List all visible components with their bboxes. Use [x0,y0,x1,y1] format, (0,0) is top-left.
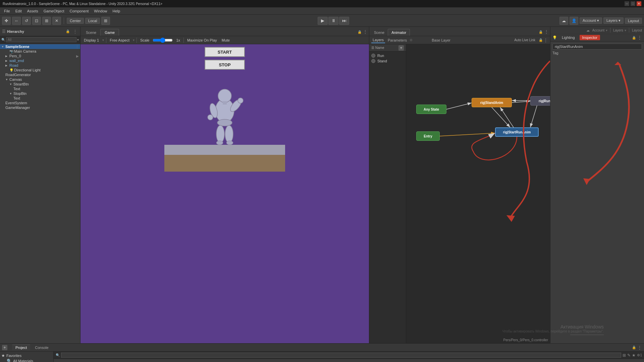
menu-gameobject[interactable]: GameObject [41,8,67,14]
tree-item-pers0[interactable]: ▶ Pers_0 ▶ [0,54,80,58]
maximize-button[interactable]: □ [631,1,635,6]
tree-item-text2[interactable]: Text [0,96,80,101]
layout-dropdown[interactable]: Layout [625,18,642,24]
game-scale-slider[interactable] [153,38,173,43]
game-maximize-btn[interactable]: Maximize On Play [186,38,218,42]
toolbar-local-btn[interactable]: Local [85,18,100,24]
parameters-tab[interactable]: Parameters [386,38,408,43]
console-tab[interactable]: Console [32,345,52,350]
tree-options-pers0[interactable]: ▶ [76,54,80,58]
game-mute-btn[interactable]: Mute [220,38,231,42]
toolbar-move-tool[interactable]: ↔ [12,17,21,25]
game-lock-icon[interactable]: 🔒 [358,30,362,34]
tree-item-roadgen[interactable]: RoadGenerator [0,72,80,77]
inspector-options[interactable]: ⋮ [637,35,642,40]
play-button[interactable]: ▶ [318,17,328,25]
toolbar-hand-tool[interactable]: ✤ [2,17,11,25]
toolbar-transform-tool[interactable]: ✕ [52,17,61,25]
rt-account-label[interactable]: Account [592,28,604,32]
tree-item-dirlight[interactable]: 💡 Directional Light [0,68,80,72]
inspector-lock[interactable]: 🔒 [632,36,636,40]
cloud-btn[interactable]: ☁ [559,17,568,25]
game-options-icon[interactable]: ⋮ [363,29,368,35]
tree-item-road[interactable]: ▶ Road [0,63,80,68]
project-search-input[interactable] [61,353,621,358]
animator-graph[interactable]: Any State Entry rig|StandAnim rig|RunAni… [406,44,550,343]
animator-tab[interactable]: Animator [388,29,410,36]
close-button[interactable]: ✕ [637,1,641,6]
window-controls[interactable]: ─ □ ✕ [625,1,641,6]
stand-anim-node[interactable]: rig|StandAnim [472,98,512,107]
toolbar-scale-tool[interactable]: ⊡ [32,17,41,25]
bottom-add-btn[interactable]: + [2,345,7,350]
tree-item-canvas[interactable]: ▼ Canvas [0,77,80,82]
tree-item-maincamera[interactable]: 📷 Main Camera [0,49,80,54]
layers-tab[interactable]: Layers [371,37,385,43]
game-aspect-selector[interactable]: Free Aspect [108,38,131,42]
search-filter-icon[interactable]: ⊞ [623,353,626,358]
hierarchy-lock-btn[interactable]: 🔒 [65,28,71,35]
account-dropdown[interactable]: Account ▾ [580,17,602,24]
minimize-button[interactable]: ─ [625,1,629,6]
rt-account-arrow[interactable]: ▾ [606,28,607,32]
game-display-selector[interactable]: Display 1 [83,38,100,42]
rt-layers-label[interactable]: Layers [613,28,623,32]
run-anim-node[interactable]: rig|RunAnim [530,96,550,106]
bottom-lock[interactable]: 🔒 [632,346,636,349]
account-btn[interactable]: 👤 [570,17,578,25]
menu-window[interactable]: Window [91,8,110,14]
hierarchy-options-btn[interactable]: ⋮ [72,28,78,35]
rt-layout-label[interactable]: Layout [632,28,642,32]
menu-assets[interactable]: Assets [24,8,41,14]
rt-layers-arrow[interactable]: ▾ [625,28,626,32]
tree-item-stopbtn[interactable]: ▼ StopBtn [0,91,80,96]
entry-node[interactable]: Entry [416,131,440,141]
run-toggle[interactable] [371,54,375,58]
lighting-tab[interactable]: Lighting [559,35,578,40]
pause-button[interactable]: ⏸ [328,17,338,25]
stand-layer-row[interactable]: Stand [371,58,404,64]
animator-options2[interactable]: ⋮ [543,38,548,43]
stand-toggle[interactable] [371,59,375,63]
menu-file[interactable]: File [1,8,13,14]
tree-item-eventsystem[interactable]: EventSystem [0,101,80,105]
hierarchy-search-input[interactable] [6,37,76,42]
game-start-button[interactable]: START [205,47,245,57]
toolbar-rotate-tool[interactable]: ↺ [22,17,31,25]
step-button[interactable]: ⏭ [339,17,349,25]
toolbar-rect-tool[interactable]: ⊞ [42,17,51,25]
menu-component[interactable]: Component [67,8,91,14]
animator-lock2[interactable]: 🔒 [539,38,543,42]
rt-cloud-icon[interactable]: ☁ [586,28,590,32]
menu-edit[interactable]: Edit [13,8,24,14]
run-layer-row[interactable]: Run [371,53,404,58]
favorites-header[interactable]: ★ Favorites [1,353,52,358]
tree-item-startbtn[interactable]: ▼ SteartBtn [0,82,80,86]
search-star-icon[interactable]: ★ [632,353,636,358]
animator-lock-icon[interactable]: 🔒 [539,30,543,34]
search-sort-icon[interactable]: ✎ [627,353,631,358]
scene-view-tab[interactable]: Scene [371,29,388,36]
tree-item-wallend[interactable]: ▶ wall_end [0,58,80,63]
animator-options-icon[interactable]: ⋮ [544,29,549,35]
project-tab[interactable]: Project [12,345,30,350]
animator-settings-icon[interactable]: ⚙ [410,38,413,42]
bottom-options[interactable]: ⋮ [637,345,642,350]
start-run-anim-node[interactable]: rig|StartRunAnim [495,127,539,137]
hierarchy-menu-icon[interactable]: ☰ [2,29,6,34]
toolbar-pivot-btn[interactable]: Center [67,18,84,24]
any-state-node[interactable]: Any State [416,105,446,114]
all-materials-item[interactable]: 🔍 All Materials [1,358,52,362]
auto-live-link[interactable]: Auto Live Link [513,38,537,42]
tree-item-gamemanager[interactable]: GameManager [0,105,80,110]
game-stop-button[interactable]: STOP [205,60,245,70]
hierarchy-filter-icon[interactable]: ▾ [77,38,79,42]
layers-dropdown[interactable]: Layers ▾ [603,17,624,24]
inspector-tab[interactable]: Inspector [580,35,600,40]
tree-options-samplescene[interactable]: ⋮ [75,45,80,49]
tree-item-text1[interactable]: Text [0,86,80,91]
scene-tab-btn[interactable]: Scene [82,29,100,36]
add-layer-btn[interactable]: + [398,45,404,51]
game-tab-btn[interactable]: Game [100,29,119,36]
toolbar-grid-btn[interactable]: ⊞ [101,17,110,25]
